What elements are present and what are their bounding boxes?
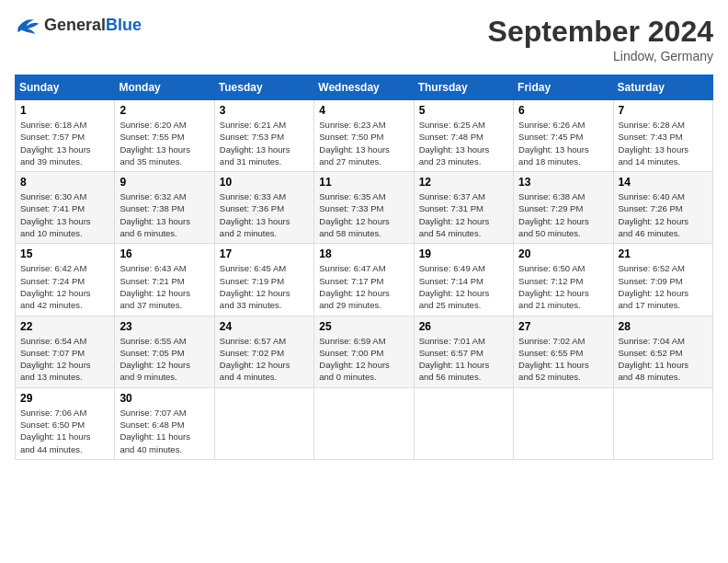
- day-number: 16: [119, 247, 209, 260]
- logo-text: GeneralBlue: [44, 16, 142, 35]
- header-monday: Monday: [115, 75, 214, 100]
- day-info: Sunrise: 6:47 AMSunset: 7:17 PMDaylight:…: [319, 262, 408, 311]
- day-number: 28: [619, 320, 708, 333]
- logo-bird-icon: [15, 15, 40, 35]
- day-number: 27: [518, 320, 608, 333]
- day-info: Sunrise: 6:45 AMSunset: 7:19 PMDaylight:…: [220, 262, 309, 311]
- day-number: 24: [220, 320, 309, 333]
- day-number: 18: [319, 247, 408, 260]
- day-info: Sunrise: 6:32 AMSunset: 7:38 PMDaylight:…: [119, 190, 209, 239]
- day-info: Sunrise: 6:57 AMSunset: 7:02 PMDaylight:…: [220, 335, 309, 384]
- day-info: Sunrise: 6:55 AMSunset: 7:05 PMDaylight:…: [119, 335, 209, 384]
- calendar-row: 22 Sunrise: 6:54 AMSunset: 7:07 PMDaylig…: [16, 316, 713, 387]
- day-number: 7: [619, 104, 708, 117]
- table-row: [314, 387, 414, 459]
- day-number: 26: [419, 320, 508, 333]
- day-number: 13: [518, 176, 608, 189]
- table-row: 11 Sunrise: 6:35 AMSunset: 7:33 PMDaylig…: [314, 172, 414, 244]
- table-row: 5 Sunrise: 6:25 AMSunset: 7:48 PMDayligh…: [414, 100, 513, 172]
- table-row: 9 Sunrise: 6:32 AMSunset: 7:38 PMDayligh…: [115, 172, 214, 244]
- table-row: 27 Sunrise: 7:02 AMSunset: 6:55 PMDaylig…: [514, 316, 613, 387]
- day-number: 29: [20, 392, 109, 405]
- table-row: 22 Sunrise: 6:54 AMSunset: 7:07 PMDaylig…: [16, 316, 115, 387]
- day-number: 5: [419, 104, 508, 117]
- day-info: Sunrise: 7:01 AMSunset: 6:57 PMDaylight:…: [419, 335, 508, 384]
- logo-blue: Blue: [106, 16, 142, 34]
- calendar-row: 8 Sunrise: 6:30 AMSunset: 7:41 PMDayligh…: [16, 172, 713, 244]
- day-info: Sunrise: 7:02 AMSunset: 6:55 PMDaylight:…: [518, 335, 608, 384]
- table-row: 13 Sunrise: 6:38 AMSunset: 7:29 PMDaylig…: [514, 172, 613, 244]
- header-friday: Friday: [514, 75, 613, 100]
- table-row: 19 Sunrise: 6:49 AMSunset: 7:14 PMDaylig…: [414, 244, 513, 316]
- table-row: 1 Sunrise: 6:18 AMSunset: 7:57 PMDayligh…: [16, 100, 115, 172]
- day-info: Sunrise: 7:07 AMSunset: 6:48 PMDaylight:…: [119, 407, 209, 455]
- day-info: Sunrise: 7:04 AMSunset: 6:52 PMDaylight:…: [619, 335, 708, 384]
- day-number: 17: [220, 247, 309, 260]
- table-row: 29 Sunrise: 7:06 AMSunset: 6:50 PMDaylig…: [16, 387, 115, 459]
- table-row: [613, 387, 712, 459]
- day-number: 15: [20, 247, 109, 260]
- table-row: 12 Sunrise: 6:37 AMSunset: 7:31 PMDaylig…: [414, 172, 513, 244]
- header-tuesday: Tuesday: [214, 75, 313, 100]
- day-number: 14: [619, 176, 708, 189]
- day-info: Sunrise: 6:25 AMSunset: 7:48 PMDaylight:…: [419, 119, 508, 167]
- table-row: 21 Sunrise: 6:52 AMSunset: 7:09 PMDaylig…: [613, 244, 712, 316]
- table-row: 2 Sunrise: 6:20 AMSunset: 7:55 PMDayligh…: [115, 100, 214, 172]
- day-number: 12: [419, 176, 508, 189]
- day-number: 21: [619, 247, 708, 260]
- day-number: 10: [220, 176, 309, 189]
- table-row: 28 Sunrise: 7:04 AMSunset: 6:52 PMDaylig…: [613, 316, 712, 387]
- table-row: 3 Sunrise: 6:21 AMSunset: 7:53 PMDayligh…: [214, 100, 313, 172]
- location: Lindow, Germany: [488, 49, 713, 63]
- day-number: 11: [319, 176, 408, 189]
- calendar-row: 15 Sunrise: 6:42 AMSunset: 7:24 PMDaylig…: [16, 244, 713, 316]
- day-info: Sunrise: 6:37 AMSunset: 7:31 PMDaylight:…: [419, 190, 508, 239]
- day-info: Sunrise: 6:18 AMSunset: 7:57 PMDaylight:…: [20, 119, 109, 167]
- day-info: Sunrise: 6:35 AMSunset: 7:33 PMDaylight:…: [319, 190, 408, 239]
- day-info: Sunrise: 6:28 AMSunset: 7:43 PMDaylight:…: [619, 119, 708, 167]
- day-info: Sunrise: 6:21 AMSunset: 7:53 PMDaylight:…: [220, 119, 309, 167]
- table-row: 17 Sunrise: 6:45 AMSunset: 7:19 PMDaylig…: [214, 244, 313, 316]
- table-row: 18 Sunrise: 6:47 AMSunset: 7:17 PMDaylig…: [314, 244, 414, 316]
- day-info: Sunrise: 6:50 AMSunset: 7:12 PMDaylight:…: [518, 262, 608, 311]
- table-row: 16 Sunrise: 6:43 AMSunset: 7:21 PMDaylig…: [115, 244, 214, 316]
- table-row: [214, 387, 313, 459]
- calendar-table: Sunday Monday Tuesday Wednesday Thursday…: [15, 75, 713, 460]
- day-number: 23: [119, 320, 209, 333]
- day-number: 1: [20, 104, 109, 117]
- day-info: Sunrise: 6:38 AMSunset: 7:29 PMDaylight:…: [518, 190, 608, 239]
- day-info: Sunrise: 6:59 AMSunset: 7:00 PMDaylight:…: [319, 335, 408, 384]
- table-row: 20 Sunrise: 6:50 AMSunset: 7:12 PMDaylig…: [514, 244, 613, 316]
- day-info: Sunrise: 7:06 AMSunset: 6:50 PMDaylight:…: [20, 407, 109, 455]
- day-number: 30: [119, 392, 209, 405]
- day-number: 6: [518, 104, 608, 117]
- table-row: 10 Sunrise: 6:33 AMSunset: 7:36 PMDaylig…: [214, 172, 313, 244]
- header-saturday: Saturday: [613, 75, 712, 100]
- day-info: Sunrise: 6:54 AMSunset: 7:07 PMDaylight:…: [20, 335, 109, 384]
- table-row: 6 Sunrise: 6:26 AMSunset: 7:45 PMDayligh…: [514, 100, 613, 172]
- month-title: September 2024: [488, 15, 713, 49]
- logo-general: General: [44, 16, 106, 34]
- table-row: 23 Sunrise: 6:55 AMSunset: 7:05 PMDaylig…: [115, 316, 214, 387]
- day-number: 25: [319, 320, 408, 333]
- day-info: Sunrise: 6:42 AMSunset: 7:24 PMDaylight:…: [20, 262, 109, 311]
- day-number: 22: [20, 320, 109, 333]
- table-row: 15 Sunrise: 6:42 AMSunset: 7:24 PMDaylig…: [16, 244, 115, 316]
- day-number: 4: [319, 104, 408, 117]
- table-row: [514, 387, 613, 459]
- day-number: 19: [419, 247, 508, 260]
- title-block: September 2024 Lindow, Germany: [488, 15, 713, 63]
- day-info: Sunrise: 6:23 AMSunset: 7:50 PMDaylight:…: [319, 119, 408, 167]
- day-info: Sunrise: 6:20 AMSunset: 7:55 PMDaylight:…: [119, 119, 209, 167]
- day-info: Sunrise: 6:49 AMSunset: 7:14 PMDaylight:…: [419, 262, 508, 311]
- header-wednesday: Wednesday: [314, 75, 414, 100]
- logo: GeneralBlue: [15, 15, 142, 35]
- calendar-row: 1 Sunrise: 6:18 AMSunset: 7:57 PMDayligh…: [16, 100, 713, 172]
- weekday-header-row: Sunday Monday Tuesday Wednesday Thursday…: [16, 75, 713, 100]
- calendar-row: 29 Sunrise: 7:06 AMSunset: 6:50 PMDaylig…: [16, 387, 713, 459]
- table-row: [414, 387, 513, 459]
- day-number: 9: [119, 176, 209, 189]
- table-row: 25 Sunrise: 6:59 AMSunset: 7:00 PMDaylig…: [314, 316, 414, 387]
- day-info: Sunrise: 6:33 AMSunset: 7:36 PMDaylight:…: [220, 190, 309, 239]
- day-number: 8: [20, 176, 109, 189]
